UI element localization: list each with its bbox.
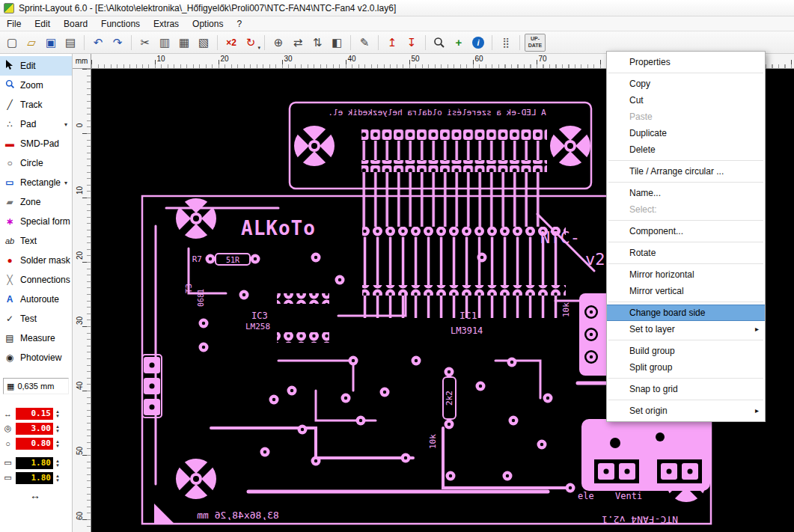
rectangle-dropdown-icon[interactable]: ▾ bbox=[64, 180, 67, 186]
ctx-duplicate[interactable]: Duplicate bbox=[607, 125, 765, 141]
save-icon[interactable]: ▣ bbox=[42, 34, 60, 52]
ctx-rotate[interactable]: Rotate bbox=[607, 245, 765, 261]
ctx-mirror-vertical[interactable]: Mirror vertical bbox=[607, 283, 765, 299]
board-dimensions-mirrored[interactable]: 83,86x48,26 mm bbox=[197, 510, 279, 521]
r-10k-a-label[interactable]: 10k bbox=[561, 302, 571, 317]
r7-label[interactable]: R7 bbox=[192, 254, 202, 264]
print-icon[interactable]: ▤ bbox=[61, 34, 79, 52]
venti-label[interactable]: Venti bbox=[615, 491, 642, 501]
menu-help[interactable]: ? bbox=[230, 17, 248, 31]
board-title-version[interactable]: v2 bbox=[585, 250, 605, 269]
smd-height-spinner[interactable]: ▲ ▼ bbox=[55, 474, 60, 483]
tool-zone[interactable]: ▰ Zone bbox=[0, 192, 72, 212]
smd-width-value[interactable]: 1.80 bbox=[16, 457, 53, 469]
ele-label[interactable]: ele bbox=[578, 491, 594, 501]
menu-options[interactable]: Options bbox=[186, 17, 230, 31]
mirror-vertical-icon[interactable]: ⇅ bbox=[308, 34, 326, 52]
info-icon[interactable]: i bbox=[469, 34, 487, 52]
r7-value[interactable]: 51R bbox=[226, 256, 240, 264]
update-button[interactable]: UP-DATE bbox=[525, 34, 546, 52]
menu-file[interactable]: File bbox=[0, 17, 28, 31]
pad-drill-value[interactable]: 0.80 bbox=[16, 438, 53, 450]
alkoto-logo[interactable]: ALKoTo bbox=[241, 217, 316, 239]
duplicate-x2-icon[interactable]: ×2 bbox=[222, 34, 240, 52]
edit-footprint-icon[interactable]: ✎ bbox=[355, 34, 373, 52]
pad-diameter-value[interactable]: 3.00 bbox=[16, 423, 53, 435]
board-name-mirrored[interactable]: NTC-FAN4 v2.1 bbox=[602, 514, 678, 525]
crosshair-icon[interactable]: + bbox=[450, 34, 468, 52]
ic3-value[interactable]: LM258 bbox=[245, 322, 270, 331]
menu-functions[interactable]: Functions bbox=[94, 17, 147, 31]
ctx-snap-to-grid[interactable]: Snap to grid bbox=[607, 381, 765, 397]
ic1-pads[interactable] bbox=[362, 227, 566, 318]
ctx-cut[interactable]: Cut bbox=[607, 92, 765, 108]
open-file-icon[interactable]: ▱ bbox=[22, 34, 40, 52]
smd-width-spinner[interactable]: ▲ ▼ bbox=[55, 459, 60, 468]
ic3-label[interactable]: IC3 bbox=[251, 311, 268, 321]
mirror-horizontal-icon[interactable]: ⇄ bbox=[289, 34, 307, 52]
track-width-value[interactable]: 0.15 bbox=[16, 408, 53, 420]
flip-board-side-icon[interactable]: ◧ bbox=[328, 34, 346, 52]
ctx-properties[interactable]: Properties bbox=[607, 54, 765, 70]
ctx-mirror-horizontal[interactable]: Mirror horizontal bbox=[607, 266, 765, 283]
tool-pad[interactable]: ∴ Pad ▾ bbox=[0, 114, 72, 134]
ctx-change-board-side[interactable]: Change board side bbox=[607, 305, 765, 321]
cut-icon[interactable]: ✂ bbox=[136, 34, 154, 52]
ctx-delete[interactable]: Delete bbox=[607, 141, 765, 158]
t3-value[interactable]: 0681 bbox=[197, 289, 205, 307]
smd-height-value[interactable]: 1.80 bbox=[16, 472, 53, 484]
tool-text[interactable]: ab Text bbox=[0, 231, 72, 251]
track-width-spinner[interactable]: ▲ ▼ bbox=[55, 409, 60, 418]
ctx-set-origin[interactable]: Set origin ▸ bbox=[607, 403, 765, 419]
paste-icon[interactable]: ▦ bbox=[175, 34, 193, 52]
ctx-split-group[interactable]: Split group bbox=[607, 359, 765, 376]
pad-drill-spinner[interactable]: ▲ ▼ bbox=[55, 439, 60, 448]
tool-connections[interactable]: ╳ Connections bbox=[0, 270, 72, 290]
spin-down-icon[interactable]: ▼ bbox=[55, 463, 60, 468]
left-pad-strip[interactable] bbox=[142, 355, 162, 418]
ctx-set-to-layer[interactable]: Set to layer ▸ bbox=[607, 321, 765, 337]
redo-icon[interactable]: ↷ bbox=[109, 34, 126, 52]
tool-photoview[interactable]: ◉ Photoview bbox=[0, 348, 72, 367]
zoom-icon[interactable] bbox=[430, 34, 448, 52]
tool-autoroute[interactable]: A Autoroute bbox=[0, 290, 72, 309]
ic1-label[interactable]: IC1 bbox=[459, 310, 477, 321]
macro-library-icon[interactable]: ⣿ bbox=[497, 34, 515, 52]
menu-board[interactable]: Board bbox=[57, 17, 94, 31]
spin-down-icon[interactable]: ▼ bbox=[55, 429, 60, 433]
new-file-icon[interactable]: ▢ bbox=[3, 34, 21, 52]
pcb-note-mirrored[interactable]: A LED-ek a szerelési oldalra helyezkedik… bbox=[328, 108, 546, 117]
tool-solder-mask[interactable]: ● Solder mask bbox=[0, 251, 72, 270]
tool-edit[interactable]: Edit bbox=[0, 56, 72, 76]
pad-diameter-spinner[interactable]: ▲ ▼ bbox=[55, 424, 60, 433]
rotate-caret-icon[interactable]: ▾ bbox=[257, 45, 260, 51]
tool-test[interactable]: ✓ Test bbox=[0, 309, 72, 328]
rotate-icon[interactable]: ↻ ▾ bbox=[242, 34, 260, 52]
ctx-copy[interactable]: Copy bbox=[607, 76, 765, 92]
menu-edit[interactable]: Edit bbox=[28, 17, 57, 31]
grid-size-display[interactable]: ▦ 0,635 mm bbox=[3, 378, 69, 394]
width-arrows-icon[interactable]: ↔ bbox=[0, 489, 72, 501]
ctx-name[interactable]: Name... bbox=[607, 185, 765, 201]
tool-zoom[interactable]: Zoom bbox=[0, 76, 72, 95]
ic1-value[interactable]: LM3914 bbox=[451, 325, 483, 336]
copy-icon[interactable]: ▥ bbox=[156, 34, 174, 52]
find-component-icon[interactable]: ⊕ bbox=[269, 34, 287, 52]
tool-track[interactable]: ╱ Track bbox=[0, 95, 72, 114]
ctx-tile-arrange[interactable]: Tile / Arrange circular ... bbox=[607, 163, 765, 180]
menu-extras[interactable]: Extras bbox=[147, 17, 186, 31]
spin-down-icon[interactable]: ▼ bbox=[55, 444, 60, 448]
t4-label[interactable]: T4 IRF540 bbox=[597, 423, 646, 433]
tool-measure[interactable]: ▤ Measure bbox=[0, 328, 72, 348]
ctx-build-group[interactable]: Build group bbox=[607, 343, 765, 359]
tool-rectangle[interactable]: ▭ Rectangle ▾ bbox=[0, 173, 72, 192]
r-10k-b-label[interactable]: 10k bbox=[428, 434, 438, 449]
spin-down-icon[interactable]: ▼ bbox=[55, 478, 60, 483]
board-title-top[interactable]: NTC- bbox=[540, 228, 580, 247]
pin-top-layer-icon[interactable]: ↥ bbox=[383, 34, 401, 52]
t3-label[interactable]: T3 bbox=[184, 284, 194, 293]
pin-bottom-layer-icon[interactable]: ↧ bbox=[403, 34, 421, 52]
delete-icon[interactable]: ▧ bbox=[195, 34, 213, 52]
spin-down-icon[interactable]: ▼ bbox=[55, 414, 60, 418]
undo-icon[interactable]: ↶ bbox=[89, 34, 107, 52]
